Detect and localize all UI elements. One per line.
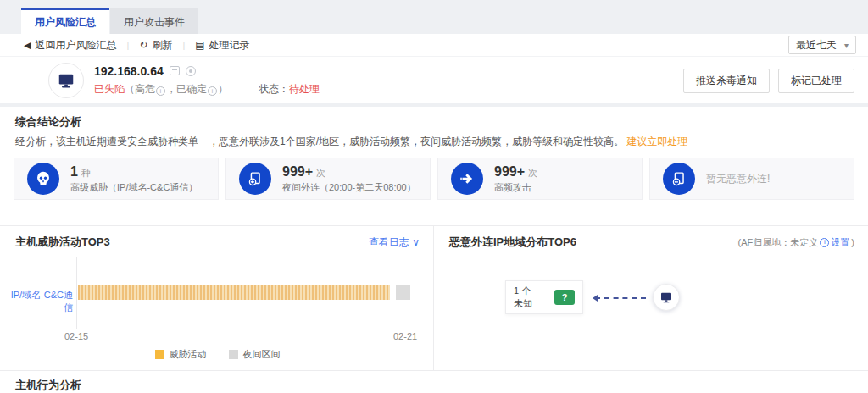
handle-now-link[interactable]: 建议立即处理 — [626, 136, 687, 147]
time-range-select[interactable]: 最近七天 ▾ — [788, 36, 856, 54]
compromised-detail: （高危i，已确定i） — [125, 82, 228, 97]
host-ip: 192.168.0.64 — [94, 64, 164, 78]
conclusion-body: 经分析，该主机近期遭受安全威胁种类单一，恶意外联涉及1个国家/地区，威胁活动频繁… — [15, 136, 624, 147]
tab-user-attack-events[interactable]: 用户攻击事件 — [110, 8, 198, 34]
stat-card-row: 1 种 高级威胁（IP/域名-C&C通信） 999+ 次 夜间外连（20: — [0, 158, 868, 200]
monitor-icon — [57, 71, 75, 90]
outbound-connection-icon — [239, 163, 271, 195]
detail-mid: ，已确定 — [166, 83, 207, 95]
node-count: 1 — [514, 285, 519, 296]
geo-distribution-panel: 恶意外连IP地域分布TOP6 (AF归属地：未定义 i 设置 ) 1 个 未知 — [434, 226, 868, 370]
category-link-cc-communication[interactable]: IP/域名-C&C通信 — [8, 289, 73, 314]
note-prefix: (AF归属地：未定义 — [738, 236, 819, 249]
stat-value: 1 — [70, 164, 78, 180]
x-axis-start-label: 02-15 — [64, 331, 88, 341]
stat-unit: 次 — [528, 167, 537, 180]
stat-label: 高级威胁（IP/域名-C&C通信） — [70, 181, 198, 194]
host-summary-row: 192.168.0.64 已失陷 （高危i，已确定i） 状态： 待处理 推送杀毒… — [0, 56, 868, 103]
behavior-section: 主机行为分析 暂无威胁 — [0, 370, 868, 393]
status-label: 状态： — [259, 82, 289, 97]
stat-unit: 种 — [81, 167, 91, 180]
monitor-icon — [659, 291, 673, 304]
outbound-connection-icon — [663, 163, 695, 195]
chevron-down-icon: ▾ — [844, 41, 849, 50]
geo-title: 恶意外连IP地域分布TOP6 — [449, 235, 576, 250]
af-attribution-note: (AF归属地：未定义 i 设置 ) — [738, 236, 854, 249]
stat-card-night-outbound: 999+ 次 夜间外连（20:00-第二天08:00） — [225, 158, 431, 200]
main-panel: 综合结论分析 经分析，该主机近期遭受安全威胁种类单一，恶意外联涉及1个国家/地区… — [0, 107, 868, 393]
threat-activity-segment — [78, 285, 390, 300]
threat-timeline-chart: IP/域名-C&C通信 02-15 02-21 威胁活动 夜间区间 — [15, 253, 420, 365]
x-axis-end-label: 02-21 — [393, 331, 417, 341]
divider: | — [126, 40, 129, 50]
note-suffix: ) — [851, 237, 854, 247]
legend-label: 夜间区间 — [243, 348, 281, 361]
mark-handled-button[interactable]: 标记已处理 — [778, 69, 854, 93]
threat-activity-panel: 主机威胁活动TOP3 查看日志 ∨ IP/域名-C&C通信 02-15 02-2… — [0, 226, 434, 370]
behavior-title: 主机行为分析 — [15, 378, 853, 393]
host-actions: 推送杀毒通知 标记已处理 — [683, 69, 854, 93]
stat-value: 999+ — [282, 164, 313, 180]
charts-section: 主机威胁活动TOP3 查看日志 ∨ IP/域名-C&C通信 02-15 02-2… — [0, 225, 868, 370]
chart-legend: 威胁活动 夜间区间 — [15, 348, 420, 361]
handle-records-button[interactable]: ▤ 处理记录 — [195, 38, 249, 53]
legend-night-interval: 夜间区间 — [229, 348, 281, 361]
view-log-label: 查看日志 — [369, 236, 409, 248]
geo-map-area: 1 个 未知 ? — [449, 250, 854, 362]
conclusion-text: 经分析，该主机近期遭受安全威胁种类单一，恶意外联涉及1个国家/地区，威胁活动频繁… — [15, 135, 854, 149]
legend-label: 威胁活动 — [170, 348, 207, 361]
conclusion-section: 综合结论分析 经分析，该主机近期遭受安全威胁种类单一，恶意外联涉及1个国家/地区… — [0, 107, 868, 149]
time-range-value: 最近七天 — [796, 38, 837, 53]
status-value: 待处理 — [289, 82, 320, 97]
stat-unit: 次 — [316, 167, 326, 180]
back-button[interactable]: ◀ 返回用户风险汇总 — [24, 38, 116, 53]
back-label: 返回用户风险汇总 — [35, 38, 116, 53]
node-unit: 个 — [521, 285, 531, 296]
info-icon[interactable]: i — [156, 86, 165, 96]
settings-link[interactable]: 设置 — [831, 236, 849, 249]
host-node — [653, 284, 680, 311]
legend-swatch-orange — [155, 350, 164, 359]
legend-swatch-gray — [229, 350, 238, 359]
segment-gap — [390, 285, 396, 300]
stat-label: 夜间外连（20:00-第二天08:00） — [282, 181, 416, 194]
unknown-flag-icon: ? — [554, 290, 575, 305]
view-log-link[interactable]: 查看日志 ∨ — [369, 235, 420, 250]
chevron-down-icon: ∨ — [412, 236, 420, 248]
skull-icon — [27, 163, 59, 195]
records-icon: ▤ — [195, 40, 204, 50]
host-avatar — [48, 63, 84, 98]
unknown-region-node[interactable]: 1 个 未知 ? — [505, 280, 583, 314]
stat-card-high-freq-attack: 999+ 次 高频攻击 — [437, 158, 643, 200]
host-info-icon[interactable] — [186, 66, 196, 76]
tab-bar: 用户风险汇总 用户攻击事件 — [0, 0, 868, 34]
info-icon[interactable]: i — [208, 86, 217, 96]
stat-value: 999+ — [494, 164, 525, 180]
refresh-label: 刷新 — [152, 38, 172, 53]
timeline-bar — [78, 285, 410, 300]
info-icon[interactable]: i — [820, 238, 829, 247]
night-interval-segment — [396, 285, 410, 300]
push-antivirus-button[interactable]: 推送杀毒通知 — [683, 69, 770, 93]
host-info: 192.168.0.64 已失陷 （高危i，已确定i） 状态： 待处理 — [94, 64, 320, 97]
node-name: 未知 — [514, 297, 532, 310]
host-detail-icon[interactable] — [170, 66, 180, 75]
compromised-label: 已失陷 — [94, 82, 125, 97]
conclusion-title: 综合结论分析 — [15, 114, 854, 130]
stat-card-malicious-outbound: 暂无恶意外连! — [649, 158, 854, 200]
attack-arrow-icon — [451, 163, 483, 195]
back-arrow-icon: ◀ — [24, 40, 31, 51]
refresh-button[interactable]: ↻ 刷新 — [139, 38, 172, 53]
dashed-connector-arrow — [595, 297, 646, 299]
refresh-icon: ↻ — [139, 40, 147, 50]
tab-user-risk-summary[interactable]: 用户风险汇总 — [21, 8, 109, 34]
detail-open: （高危 — [125, 83, 155, 95]
y-axis-line — [76, 257, 77, 329]
threat-activity-title: 主机威胁活动TOP3 — [15, 235, 110, 250]
legend-threat-activity: 威胁活动 — [155, 348, 207, 361]
stat-empty-label: 暂无恶意外连! — [706, 172, 770, 186]
toolbar: ◀ 返回用户风险汇总 | ↻ 刷新 | ▤ 处理记录 最近七天 ▾ — [0, 34, 868, 56]
stat-label: 高频攻击 — [494, 181, 537, 194]
stat-card-advanced-threat: 1 种 高级威胁（IP/域名-C&C通信） — [14, 158, 219, 200]
detail-close: ） — [218, 83, 228, 95]
